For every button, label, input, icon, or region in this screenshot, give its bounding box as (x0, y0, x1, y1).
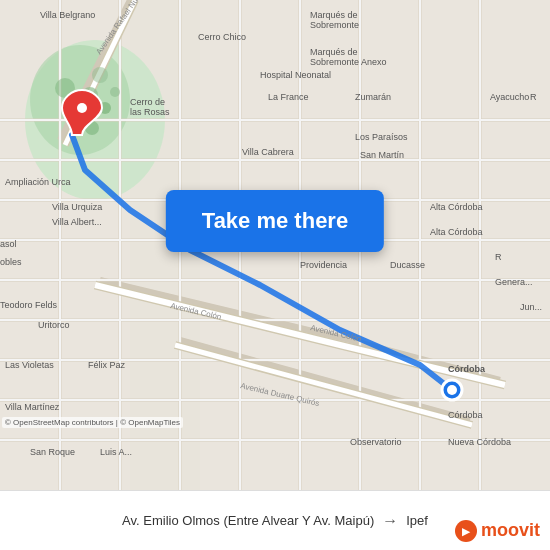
label-ayacucho: Ayacucho (490, 92, 529, 102)
label-obles: obles (0, 257, 22, 267)
label-teodoro: Teodoro Felds (0, 300, 58, 310)
map-container: Villa Belgrano Marqués de Sobremonte Mar… (0, 0, 550, 490)
svg-point-10 (110, 87, 120, 97)
label-marques-anexo: Marqués de (310, 47, 358, 57)
label-la-france: La France (268, 92, 309, 102)
label-san-roque: San Roque (30, 447, 75, 457)
label-cerro-chico: Cerro Chico (198, 32, 246, 42)
label-las-violetas: Las Violetas (5, 360, 54, 370)
moovit-icon (455, 520, 477, 542)
label-providencia: Providencia (300, 260, 347, 270)
label-nueva-cordoba: Nueva Córdoba (448, 437, 511, 447)
label-cerro-rosas2: las Rosas (130, 107, 170, 117)
take-me-there-button[interactable]: Take me there (166, 190, 384, 252)
label-marques-anexo2: Sobremonte Anexo (310, 57, 387, 67)
label-san-martin: San Martín (360, 150, 404, 160)
label-jun: Jun... (520, 302, 542, 312)
label-observatorio: Observatorio (350, 437, 402, 447)
label-ducasse: Ducasse (390, 260, 425, 270)
label-luis: Luis A... (100, 447, 132, 457)
label-cerro-rosas: Cerro de (130, 97, 165, 107)
moovit-text: moovit (481, 520, 540, 540)
label-cordoba2: Córdoba (448, 410, 483, 420)
svg-point-13 (447, 385, 457, 395)
label-villa-urquiza: Villa Urquiza (52, 202, 102, 212)
route-arrow: → (382, 512, 398, 530)
label-hospital: Hospital Neonatal (260, 70, 331, 80)
label-ampliacion: Ampliación Urca (5, 177, 71, 187)
label-alta-cordoba2: Alta Córdoba (430, 227, 483, 237)
route-from: Av. Emilio Olmos (Entre Alvear Y Av. Mai… (122, 513, 374, 528)
label-villa-belgrano: Villa Belgrano (40, 10, 95, 20)
label-general: Genera... (495, 277, 533, 287)
label-sol: asol (0, 239, 17, 249)
map-attribution: © OpenStreetMap contributors | © OpenMap… (2, 417, 183, 428)
label-cordoba: Córdoba (448, 364, 486, 374)
label-zumaaran: Zumarán (355, 92, 391, 102)
label-r2: R (495, 252, 502, 262)
moovit-logo: moovit (455, 520, 540, 542)
svg-point-12 (92, 67, 108, 83)
label-uritorco: Uritorco (38, 320, 70, 330)
label-villa-alberto: Villa Albert... (52, 217, 102, 227)
label-villa-martinez: Villa Martínez (5, 402, 60, 412)
label-villa-cabrera: Villa Cabrera (242, 147, 294, 157)
bottom-bar: Av. Emilio Olmos (Entre Alvear Y Av. Mai… (0, 490, 550, 550)
svg-point-14 (77, 103, 87, 113)
label-los-paraisos: Los Paraísos (355, 132, 408, 142)
label-marques2: Sobremonte (310, 20, 359, 30)
label-alta-cordoba: Alta Córdoba (430, 202, 483, 212)
label-marques: Marqués de (310, 10, 358, 20)
label-r: R (530, 92, 537, 102)
route-to: Ipef (406, 513, 428, 528)
label-felix-paz: Félix Paz (88, 360, 126, 370)
